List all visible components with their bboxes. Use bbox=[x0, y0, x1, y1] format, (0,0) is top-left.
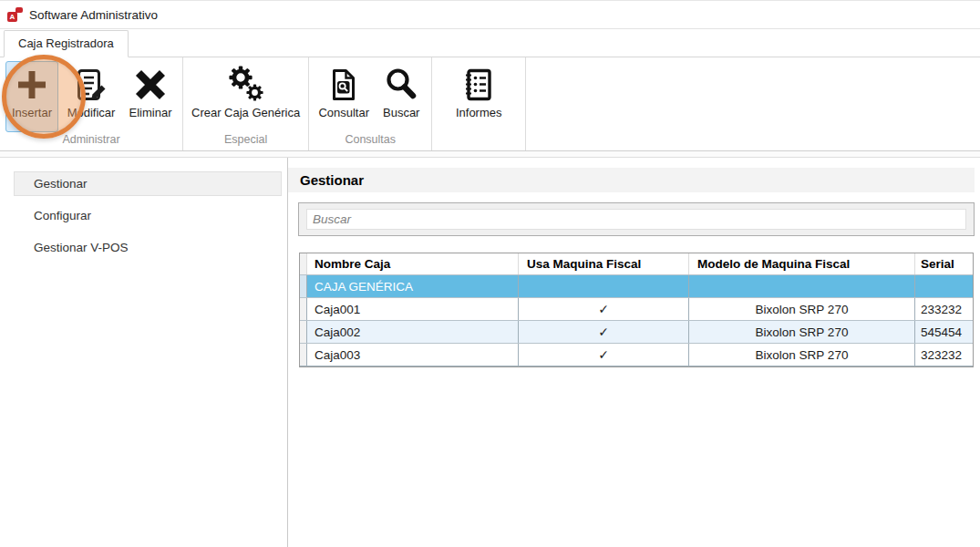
ribbon-group: Informes bbox=[432, 57, 526, 150]
ribbon-button-informes[interactable]: Informes bbox=[450, 61, 507, 132]
cell-serial: 545454 bbox=[915, 321, 973, 343]
ribbon-group-label bbox=[438, 133, 520, 149]
sidebar-item-configurar[interactable]: Configurar bbox=[14, 203, 282, 228]
ribbon-button-eliminar[interactable]: Eliminar bbox=[124, 61, 177, 132]
x-icon bbox=[132, 64, 169, 106]
row-header-strip bbox=[300, 298, 307, 320]
ribbon-button-buscar[interactable]: Buscar bbox=[377, 61, 426, 132]
search-input[interactable] bbox=[306, 209, 966, 230]
ribbon-button-consultar[interactable]: Consultar bbox=[315, 61, 373, 132]
window-title: Software Administrativo bbox=[29, 8, 158, 22]
content-area: GestionarConfigurarGestionar V-POS Gesti… bbox=[0, 158, 980, 547]
cell-modelo-maquina-fiscal: Bixolon SRP 270 bbox=[689, 321, 915, 343]
table-row[interactable]: Caja001✓Bixolon SRP 270233232 bbox=[300, 298, 973, 321]
table-body: CAJA GENÉRICACaja001✓Bixolon SRP 2702332… bbox=[300, 275, 973, 366]
cell-modelo-maquina-fiscal bbox=[689, 275, 915, 297]
cell-usa-maquina-fiscal bbox=[519, 275, 689, 297]
ribbon-button-label: Eliminar bbox=[128, 106, 174, 119]
column-header-modelo-maquina-fiscal[interactable]: Modelo de Maquina Fiscal bbox=[689, 253, 915, 274]
table-header-row: Nombre Caja Usa Maquina Fiscal Modelo de… bbox=[300, 253, 973, 275]
cell-nombre-caja: Caja002 bbox=[307, 321, 519, 343]
search-box-container bbox=[298, 202, 975, 236]
tab-caja-registradora[interactable]: Caja Registradora bbox=[4, 30, 129, 57]
table-row[interactable]: CAJA GENÉRICA bbox=[300, 275, 973, 298]
logo-letter-icon: A bbox=[7, 12, 17, 22]
cell-nombre-caja: Caja003 bbox=[307, 344, 519, 366]
ribbon-button-label: Consultar bbox=[316, 106, 371, 119]
ribbon-separator bbox=[0, 151, 980, 158]
column-header-nombre-caja[interactable]: Nombre Caja bbox=[307, 253, 519, 274]
magnifier-icon bbox=[383, 64, 419, 106]
table-row[interactable]: Caja003✓Bixolon SRP 270323232 bbox=[300, 344, 973, 366]
ribbon-group: ConsultarBuscarConsultas bbox=[309, 57, 432, 150]
cell-nombre-caja: Caja001 bbox=[307, 298, 519, 320]
document-search-icon bbox=[325, 64, 362, 106]
cell-serial: 233232 bbox=[915, 298, 973, 320]
column-header-usa-maquina-fiscal[interactable]: Usa Maquina Fiscal bbox=[519, 253, 689, 274]
gears-icon bbox=[227, 64, 265, 106]
page-title: Gestionar bbox=[288, 168, 975, 192]
table-row[interactable]: Caja002✓Bixolon SRP 270545454 bbox=[300, 321, 973, 344]
row-header-strip bbox=[300, 275, 307, 297]
ribbon-tab-strip: Caja Registradora bbox=[0, 29, 980, 57]
ribbon-button-label: Informes bbox=[454, 106, 504, 119]
sidebar-nav: GestionarConfigurarGestionar V-POS bbox=[0, 158, 288, 547]
app-logo-icon: A bbox=[7, 7, 23, 22]
ribbon-button-label: Buscar bbox=[381, 106, 421, 119]
cell-usa-maquina-fiscal: ✓ bbox=[519, 298, 689, 320]
cell-modelo-maquina-fiscal: Bixolon SRP 270 bbox=[689, 344, 915, 366]
row-header-strip bbox=[300, 321, 307, 343]
ribbon-group-label: Consultas bbox=[315, 133, 426, 149]
cell-modelo-maquina-fiscal: Bixolon SRP 270 bbox=[689, 298, 915, 320]
column-header-serial[interactable]: Serial bbox=[915, 253, 973, 274]
main-panel: Gestionar Nombre Caja Usa Maquina Fiscal… bbox=[288, 158, 980, 547]
ribbon-button-crear-caja-gen-rica[interactable]: Crear Caja Genérica bbox=[189, 61, 303, 132]
ribbon-button-label: Crear Caja Genérica bbox=[190, 106, 302, 119]
application-window: A Software Administrativo Caja Registrad… bbox=[0, 0, 980, 547]
tutorial-highlight-circle bbox=[2, 55, 86, 139]
cell-usa-maquina-fiscal: ✓ bbox=[519, 344, 689, 366]
title-bar: A Software Administrativo bbox=[0, 1, 980, 29]
cash-register-table: Nombre Caja Usa Maquina Fiscal Modelo de… bbox=[299, 253, 974, 367]
row-header-strip bbox=[300, 253, 307, 274]
row-header-strip bbox=[300, 344, 307, 366]
cell-nombre-caja: CAJA GENÉRICA bbox=[307, 275, 519, 297]
ribbon-group-label: Especial bbox=[189, 133, 303, 149]
sidebar-item-gestionar[interactable]: Gestionar bbox=[14, 171, 282, 196]
cell-serial bbox=[915, 275, 973, 297]
cell-usa-maquina-fiscal: ✓ bbox=[519, 321, 689, 343]
ribbon-group: Crear Caja GenéricaEspecial bbox=[183, 57, 309, 150]
report-notebook-icon bbox=[460, 64, 497, 106]
sidebar-item-gestionar-v-pos[interactable]: Gestionar V-POS bbox=[14, 235, 282, 260]
ribbon-toolbar: InsertarModificarEliminarAdministrarCrea… bbox=[0, 57, 980, 151]
cell-serial: 323232 bbox=[915, 344, 973, 366]
